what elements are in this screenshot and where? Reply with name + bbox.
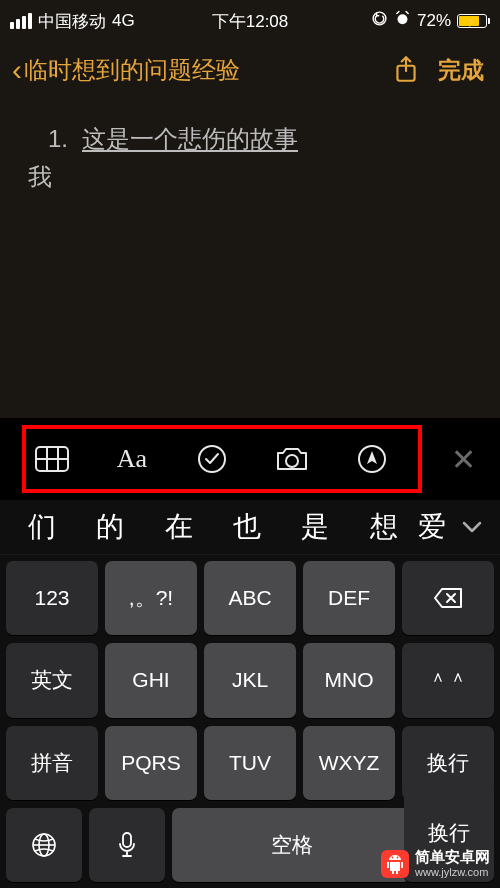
back-button[interactable]: ‹ 临时想到的问题经验 [12,53,240,87]
text-format-icon[interactable]: Aa [112,439,152,479]
note-line-2: 我 [28,158,472,196]
format-toolbar: Aa ✕ [0,418,500,500]
status-bar: 中国移动 4G 下午12:08 72% ⚡ [0,0,500,42]
candidate[interactable]: 在 [145,508,213,546]
candidate[interactable]: 想 [350,508,418,546]
candidate[interactable]: 们 [8,508,76,546]
key-globe[interactable] [6,808,82,882]
note-line-1: 这是一个悲伤的故事 [82,120,298,158]
close-toolbar-button[interactable]: ✕ [441,442,486,477]
signal-icon [10,13,32,29]
candidate[interactable]: 的 [76,508,144,546]
key-def[interactable]: DEF [303,561,395,635]
svg-point-7 [199,446,225,472]
key-wxyz[interactable]: WXYZ [303,726,395,800]
done-button[interactable]: 完成 [434,55,488,86]
share-button[interactable] [386,55,426,85]
key-punct[interactable]: ,。?! [105,561,197,635]
orientation-lock-icon [371,10,388,32]
status-right: 72% ⚡ [371,10,490,32]
key-abc[interactable]: ABC [204,561,296,635]
key-mic[interactable] [89,808,165,882]
key-backspace[interactable] [402,561,494,635]
expand-candidates-button[interactable] [452,521,492,533]
checklist-icon[interactable] [192,439,232,479]
key-space[interactable]: 空格 [172,808,411,882]
candidate[interactable]: 也 [213,508,281,546]
svg-point-15 [397,856,399,858]
nav-bar: ‹ 临时想到的问题经验 完成 [0,42,500,98]
battery-percent: 72% [417,11,451,31]
key-pqrs[interactable]: PQRS [105,726,197,800]
svg-rect-13 [123,833,131,847]
list-number: 1. [28,120,68,158]
key-caret[interactable]: ＾＾ [402,643,494,717]
clock-label: 下午12:08 [212,10,289,33]
battery-icon: ⚡ [457,14,490,28]
candidate[interactable]: 是 [281,508,349,546]
svg-point-8 [286,455,298,467]
key-tuv[interactable]: TUV [204,726,296,800]
key-pinyin[interactable]: 拼音 [6,726,98,800]
camera-icon[interactable] [272,439,312,479]
markup-icon[interactable] [352,439,392,479]
carrier-label: 中国移动 [38,10,106,33]
key-jkl[interactable]: JKL [204,643,296,717]
watermark: 简单安卓网 www.jylzw.com [381,849,490,878]
key-english[interactable]: 英文 [6,643,98,717]
key-ghi[interactable]: GHI [105,643,197,717]
network-label: 4G [112,11,135,31]
candidate[interactable]: 爱 [418,508,452,546]
svg-point-1 [398,14,408,24]
alarm-icon [394,10,411,32]
chevron-left-icon: ‹ [12,53,22,87]
table-icon[interactable] [32,439,72,479]
watermark-logo-icon [381,850,409,878]
key-mno[interactable]: MNO [303,643,395,717]
watermark-title: 简单安卓网 [415,849,490,866]
candidate-row: 们 的 在 也 是 想 爱 [0,500,500,555]
key-123[interactable]: 123 [6,561,98,635]
note-editor[interactable]: 1. 这是一个悲伤的故事 我 [0,98,500,219]
back-title: 临时想到的问题经验 [24,54,240,86]
status-left: 中国移动 4G [10,10,135,33]
svg-point-14 [392,856,394,858]
watermark-url: www.jylzw.com [415,866,490,878]
